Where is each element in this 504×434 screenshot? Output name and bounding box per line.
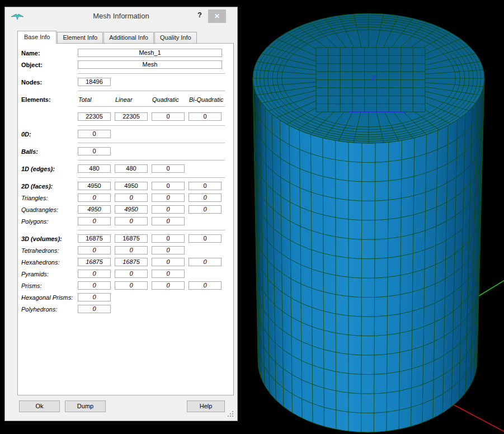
value-box: 4950 — [78, 182, 111, 190]
dump-button[interactable]: Dump — [65, 400, 106, 412]
value-box: 0 — [78, 130, 111, 138]
value-box: 16875 — [115, 258, 148, 266]
help-icon[interactable]: ? — [195, 11, 205, 22]
form-row: Prisms:0000 — [18, 280, 233, 292]
value-box: 4950 — [78, 205, 111, 214]
title-bar[interactable]: Mesh Information ? ✕ — [5, 7, 237, 26]
form-row: Object:Mesh — [18, 59, 233, 71]
form-row: Hexahedrons:168751687500 — [18, 257, 233, 268]
value-box: 0 — [189, 281, 222, 290]
field-label: Balls: — [21, 148, 38, 155]
3d-viewport[interactable]: Z — [238, 0, 504, 434]
form-row: Balls:0 — [18, 146, 233, 158]
field-label: Polyhedrons: — [21, 306, 57, 313]
value-box: 0 — [152, 112, 185, 121]
separator — [78, 230, 225, 230]
field-label: Object: — [21, 62, 43, 68]
form-row: 0D:0 — [18, 129, 233, 140]
value-box: 0 — [152, 234, 185, 243]
value-box: 0 — [189, 258, 222, 266]
form-row: 223052230500 — [18, 111, 233, 123]
value-box: 0 — [152, 182, 185, 190]
separator — [78, 106, 225, 107]
field-label: Quadrangles: — [21, 206, 58, 213]
value-box: 0 — [152, 194, 185, 202]
field-label: Pyramids: — [21, 271, 49, 277]
field-label: Hexahedrons: — [21, 259, 60, 266]
value-box: 4950 — [115, 205, 148, 214]
value-box: 0 — [78, 147, 111, 155]
form-row: Tetrahedrons:000 — [18, 245, 233, 257]
value-box: 0 — [78, 246, 111, 254]
value-box: 0 — [189, 112, 222, 121]
value-box: 0 — [152, 164, 185, 173]
field-label: 3D (volumes): — [21, 235, 62, 242]
field-label: Triangles: — [21, 195, 48, 201]
mesh-information-dialog: Mesh Information ? ✕ Base Info Element I… — [4, 7, 238, 421]
value-box: 0 — [189, 234, 222, 243]
value-box: 0 — [78, 293, 111, 301]
value-box: 0 — [115, 217, 148, 225]
column-header: Bi-Quadratic — [189, 96, 223, 103]
value-box: 0 — [152, 205, 185, 214]
value-box: 22305 — [115, 112, 148, 121]
value-box: 0 — [115, 270, 148, 278]
field-label: 2D (faces): — [21, 183, 53, 190]
value-box: 0 — [78, 194, 111, 202]
separator — [78, 91, 225, 91]
value-box: 0 — [152, 258, 185, 266]
value-box: 0 — [189, 182, 222, 190]
value-box: 18496 — [78, 78, 111, 86]
tab-element-info[interactable]: Element Info — [57, 32, 103, 43]
value-box: 22305 — [78, 112, 111, 121]
close-icon[interactable]: ✕ — [208, 10, 226, 23]
form-row: Hexagonal Prisms:0 — [18, 292, 233, 304]
form-row: 3D (volumes):168751687500 — [18, 233, 233, 245]
separator — [78, 160, 225, 161]
form-rows: Name:Mesh_1Object:MeshNodes:18496Element… — [18, 44, 233, 315]
z-axis-label: Z — [371, 74, 376, 82]
value-box: 16875 — [115, 234, 148, 243]
form-row: Triangles:0000 — [18, 192, 233, 204]
tab-quality-info[interactable]: Quality Info — [154, 32, 197, 43]
form-row: Polygons:000 — [18, 216, 233, 228]
resize-grip[interactable] — [228, 411, 234, 418]
value-box: 0 — [152, 217, 185, 225]
column-header: Quadratic — [152, 96, 179, 103]
value-box: 0 — [78, 305, 111, 313]
value-box: 0 — [78, 217, 111, 225]
value-box: 480 — [115, 164, 148, 173]
separator — [78, 177, 225, 178]
value-box: 0 — [78, 270, 111, 278]
field-label: 1D (edges): — [21, 166, 55, 172]
form-row: Elements:TotalLinearQuadraticBi-Quadrati… — [18, 94, 233, 106]
ok-button[interactable]: Ok — [19, 400, 60, 412]
field-label: Name: — [21, 50, 40, 56]
viewport-canvas[interactable]: Z — [238, 0, 504, 434]
form-row: Pyramids:000 — [18, 268, 233, 280]
form-row: 2D (faces):4950495000 — [18, 181, 233, 192]
tab-additional-info[interactable]: Additional Info — [103, 32, 154, 43]
field-label: Elements: — [21, 96, 51, 103]
form-row: Polyhedrons:0 — [18, 304, 233, 315]
value-box: 0 — [115, 246, 148, 254]
tab-base-info[interactable]: Base Info — [17, 31, 56, 44]
help-button[interactable]: Help — [187, 400, 225, 412]
separator — [78, 125, 225, 126]
form-row: Nodes:18496 — [18, 77, 233, 88]
value-box: 0 — [115, 281, 148, 290]
value-box: 0 — [152, 270, 185, 278]
field-label: Polygons: — [21, 218, 48, 225]
separator — [78, 73, 225, 74]
field-label: Tetrahedrons: — [21, 247, 59, 254]
value-box: 4950 — [115, 182, 148, 190]
value-box: Mesh — [78, 60, 222, 69]
value-box: 0 — [152, 246, 185, 254]
base-info-page: Name:Mesh_1Object:MeshNodes:18496Element… — [17, 43, 234, 395]
value-box: 16875 — [78, 258, 111, 266]
value-box: Mesh_1 — [78, 49, 222, 57]
value-box: 0 — [189, 194, 222, 202]
value-box: 0 — [152, 281, 185, 290]
form-row: Quadrangles:4950495000 — [18, 204, 233, 216]
field-label: Nodes: — [21, 79, 42, 86]
